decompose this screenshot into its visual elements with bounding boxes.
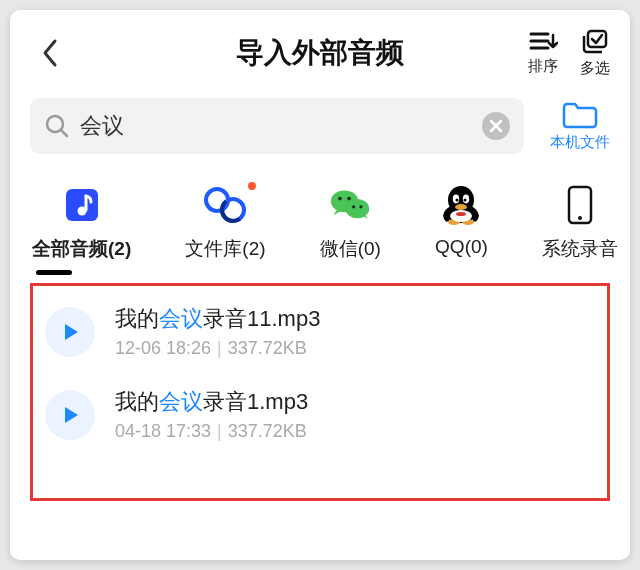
- svg-rect-6: [66, 189, 98, 221]
- svg-point-23: [456, 199, 459, 202]
- svg-point-14: [348, 197, 352, 201]
- source-tab-label: QQ(0): [435, 236, 488, 258]
- local-files-button[interactable]: 本机文件: [550, 101, 610, 152]
- back-button[interactable]: [30, 33, 70, 73]
- multiselect-button[interactable]: 多选: [580, 29, 610, 78]
- source-tab-label: 微信(0): [320, 236, 381, 262]
- play-button[interactable]: [45, 307, 95, 357]
- file-meta: 04-18 17:33|337.72KB: [115, 421, 308, 442]
- wechat-icon: [329, 186, 371, 224]
- svg-point-27: [456, 212, 466, 216]
- multiselect-icon: [581, 29, 609, 55]
- chevron-left-icon: [41, 38, 59, 68]
- phone-icon: [567, 185, 593, 225]
- file-row[interactable]: 我的会议录音1.mp3 04-18 17:33|337.72KB: [43, 373, 597, 456]
- search-box[interactable]: [30, 98, 524, 154]
- svg-point-16: [360, 205, 363, 208]
- music-icon: [63, 186, 101, 224]
- active-tab-underline: [36, 270, 72, 275]
- svg-rect-3: [588, 31, 606, 47]
- source-tab-label: 全部音频(2): [32, 236, 131, 262]
- source-tab-qq[interactable]: QQ(0): [435, 184, 488, 262]
- file-info: 我的会议录音1.mp3 04-18 17:33|337.72KB: [115, 387, 308, 442]
- svg-point-12: [346, 199, 370, 218]
- sort-button[interactable]: 排序: [528, 29, 558, 78]
- play-icon: [59, 321, 81, 343]
- qq-icon: [442, 184, 480, 226]
- header: 导入外部音频 排序 多选: [30, 26, 610, 80]
- source-tab-system[interactable]: 系统录音: [542, 184, 618, 262]
- source-tab-wechat[interactable]: 微信(0): [320, 184, 381, 262]
- source-tab-lib[interactable]: 文件库(2): [185, 184, 265, 262]
- app-frame: 导入外部音频 排序 多选: [10, 10, 630, 560]
- svg-point-13: [338, 197, 342, 201]
- search-input[interactable]: [80, 113, 472, 139]
- page-title: 导入外部音频: [30, 34, 610, 72]
- sort-icon: [528, 29, 558, 53]
- sort-label: 排序: [528, 57, 558, 76]
- svg-point-24: [464, 199, 467, 202]
- source-tabs: 全部音频(2) 文件库(2): [30, 184, 610, 262]
- file-name: 我的会议录音1.mp3: [115, 387, 308, 417]
- svg-point-25: [455, 204, 467, 210]
- results-highlight: 我的会议录音11.mp3 12-06 18:26|337.72KB 我的会议录音…: [30, 283, 610, 501]
- notification-dot: [248, 182, 256, 190]
- source-tab-label: 系统录音: [542, 236, 618, 262]
- search-row: 本机文件: [30, 98, 610, 154]
- close-icon: [489, 119, 503, 133]
- local-files-label: 本机文件: [550, 133, 610, 152]
- file-meta: 12-06 18:26|337.72KB: [115, 338, 320, 359]
- source-tab-all[interactable]: 全部音频(2): [32, 184, 131, 262]
- play-icon: [59, 404, 81, 426]
- file-row[interactable]: 我的会议录音11.mp3 12-06 18:26|337.72KB: [43, 290, 597, 373]
- folder-icon: [562, 101, 598, 129]
- clear-search-button[interactable]: [482, 112, 510, 140]
- multiselect-label: 多选: [580, 59, 610, 78]
- search-icon: [44, 113, 70, 139]
- file-name: 我的会议录音11.mp3: [115, 304, 320, 334]
- header-actions: 排序 多选: [528, 29, 610, 78]
- svg-point-15: [352, 205, 355, 208]
- svg-point-7: [77, 207, 86, 216]
- play-button[interactable]: [45, 390, 95, 440]
- file-info: 我的会议录音11.mp3 12-06 18:26|337.72KB: [115, 304, 320, 359]
- library-icon: [204, 186, 246, 224]
- svg-point-29: [578, 216, 582, 220]
- svg-line-5: [61, 130, 67, 136]
- source-tab-label: 文件库(2): [185, 236, 265, 262]
